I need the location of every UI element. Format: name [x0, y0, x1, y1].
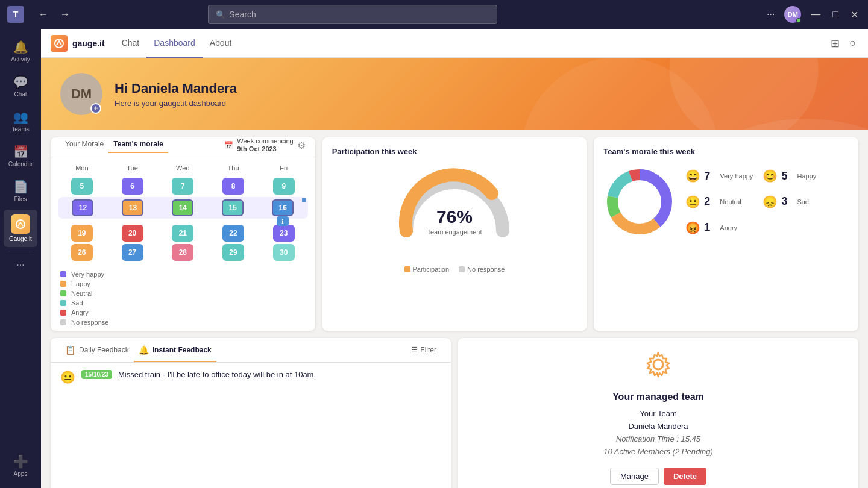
- managed-team-gear-icon: [644, 350, 673, 384]
- sidebar-item-wrap-more: ···: [4, 254, 37, 277]
- cal-cell-8[interactable]: 8: [222, 178, 244, 195]
- more-options-button[interactable]: ···: [764, 7, 777, 22]
- cal-cell-29[interactable]: 29: [222, 244, 244, 261]
- legend-item-noresponse: No response: [60, 319, 306, 326]
- sidebar-item-apps[interactable]: ➕ Apps: [4, 449, 37, 482]
- cal-cell-7[interactable]: 7: [172, 178, 193, 195]
- cal-cell-22[interactable]: 22: [222, 225, 244, 242]
- cal-cell-21[interactable]: 21: [172, 225, 193, 242]
- morale-row-angry: 😡 1 Angry: [685, 217, 753, 238]
- legend-label-happy: Happy: [71, 280, 90, 287]
- calendar-week4: 26 27 28 29 30: [58, 244, 308, 261]
- cal-cell-5[interactable]: 5: [71, 178, 93, 195]
- nav-forward-button[interactable]: →: [55, 7, 75, 22]
- feedback-tabs-row: 📋 Daily Feedback 🔔 Instant Feedback ☰ Fi…: [51, 338, 451, 363]
- sidebar-item-wrap-activity: 🔔 Activity: [4, 34, 37, 69]
- p-legend-dot-noresponse: [459, 266, 465, 272]
- label-veryhappy: Very happy: [720, 172, 753, 180]
- feedback-tab-instant[interactable]: 🔔 Instant Feedback: [134, 338, 216, 362]
- sidebar-label-gauge: Gauge.it: [9, 236, 32, 242]
- cal-cell-6[interactable]: 6: [122, 178, 143, 195]
- morale-tab-team[interactable]: Team's morale: [108, 137, 168, 153]
- cal-cell-28[interactable]: 28: [172, 244, 193, 261]
- cal-cell-30[interactable]: 30: [273, 244, 295, 261]
- cal-cell-20[interactable]: 20: [122, 225, 143, 242]
- legend-item-angry: Angry: [60, 309, 306, 316]
- count-sad: 3: [781, 195, 793, 208]
- tab-about[interactable]: About: [203, 29, 239, 58]
- sidebar-item-more[interactable]: ···: [4, 255, 37, 275]
- label-angry: Angry: [720, 224, 737, 231]
- feedback-tab-daily[interactable]: 📋 Daily Feedback: [60, 338, 134, 362]
- sidebar-item-files[interactable]: 📄 Files: [4, 175, 37, 207]
- cal-cell-14[interactable]: 14: [172, 199, 193, 216]
- tab-bar-right: ⊞ ○: [828, 34, 858, 52]
- sidebar-item-chat[interactable]: 💬 Chat: [4, 70, 37, 102]
- managed-team-title: Your managed team: [612, 392, 704, 402]
- apps-icon: ➕: [13, 454, 28, 469]
- cal-label-tue: Tue: [108, 163, 157, 173]
- emoji-happy: 😊: [763, 169, 778, 183]
- week-label: Week commencing: [237, 137, 293, 145]
- cal-cell-16[interactable]: 16: [272, 199, 294, 216]
- grid-view-button[interactable]: ⊞: [828, 34, 842, 52]
- chat-icon: 💬: [13, 75, 28, 89]
- cal-cell-19[interactable]: 19: [71, 225, 93, 242]
- sidebar-item-calendar[interactable]: 📅 Calendar: [4, 140, 37, 172]
- sidebar-item-wrap-calendar: 📅 Calendar: [4, 139, 37, 174]
- team-morale-donut-svg: [603, 166, 676, 238]
- morale-row-sad: 😞 3 Sad: [763, 192, 830, 213]
- cal-cell-23[interactable]: 23: [273, 225, 295, 242]
- sidebar-label-calendar: Calendar: [8, 161, 33, 167]
- cal-cell-12[interactable]: 12: [72, 199, 93, 216]
- maximize-button[interactable]: □: [830, 7, 841, 22]
- more-icon: ···: [16, 260, 24, 271]
- hero-text: Hi Daniela Mandera Here is your gauge.it…: [115, 81, 237, 108]
- settings-icon[interactable]: ⚙: [297, 140, 306, 151]
- cal-week-icon: ℹ: [277, 216, 289, 226]
- cal-cell-15[interactable]: 15: [222, 199, 244, 216]
- app-logo-image: [51, 35, 68, 52]
- search-input[interactable]: [229, 10, 489, 19]
- count-angry: 1: [704, 221, 716, 234]
- cal-cell-9[interactable]: 9: [273, 178, 295, 195]
- tab-dashboard[interactable]: Dashboard: [146, 29, 203, 58]
- cal-cell-27[interactable]: 27: [122, 244, 143, 261]
- sidebar-item-wrap-teams: 👥 Teams: [4, 104, 37, 139]
- nav-back-button[interactable]: ←: [34, 7, 53, 22]
- minimize-button[interactable]: —: [808, 7, 823, 22]
- user-avatar[interactable]: DM: [784, 6, 801, 23]
- calendar-week3: 19 20 21 22 23: [58, 225, 308, 242]
- circle-button[interactable]: ○: [847, 34, 858, 52]
- hero-subtitle: Here is your gauge.it dashboard: [115, 99, 237, 108]
- files-icon: 📄: [13, 180, 28, 194]
- cal-cell-26[interactable]: 26: [71, 244, 93, 261]
- team-morale-title: Team's morale this week: [594, 137, 858, 161]
- member-count: 10 Active Members (2 Pending): [603, 447, 713, 456]
- morale-tab-your[interactable]: Your Morale: [60, 137, 108, 153]
- managed-team-inner: Your managed team Your Team Daniela Mand…: [458, 338, 858, 488]
- tab-chat[interactable]: Chat: [115, 29, 147, 58]
- morale-stats-grid: 😄 7 Very happy 😊 5 Happy 😐 2 Neut: [685, 166, 830, 238]
- close-button[interactable]: ✕: [848, 7, 861, 23]
- filter-button[interactable]: ☰ Filter: [406, 341, 441, 359]
- avatar-plus-badge[interactable]: +: [90, 103, 101, 114]
- hero-avatar-initials: DM: [71, 86, 92, 102]
- team-morale-card: Team's morale this week: [594, 137, 858, 331]
- dashboard: DM + Hi Daniela Mandera Here is your gau…: [41, 58, 868, 488]
- emoji-neutral: 😐: [685, 195, 700, 209]
- cal-week-icon-symbol: ℹ: [281, 218, 284, 225]
- delete-button[interactable]: Delete: [664, 468, 706, 485]
- legend-label-neutral: Neutral: [71, 290, 92, 297]
- cal-cell-16-dot: [302, 198, 306, 202]
- sidebar-item-teams[interactable]: 👥 Teams: [4, 105, 37, 137]
- search-bar[interactable]: 🔍: [208, 5, 497, 24]
- manage-button[interactable]: Manage: [610, 468, 659, 485]
- p-legend-label-noresponse: No response: [467, 266, 505, 273]
- sidebar-item-gauge[interactable]: Gauge.it: [4, 210, 37, 247]
- feedback-emoji-0: 😐: [60, 370, 75, 384]
- cal-cell-13[interactable]: 13: [122, 199, 143, 216]
- legend-label-noresponse: No response: [71, 319, 108, 326]
- sidebar-item-activity[interactable]: 🔔 Activity: [4, 35, 37, 67]
- teams-icon: 👥: [13, 110, 28, 124]
